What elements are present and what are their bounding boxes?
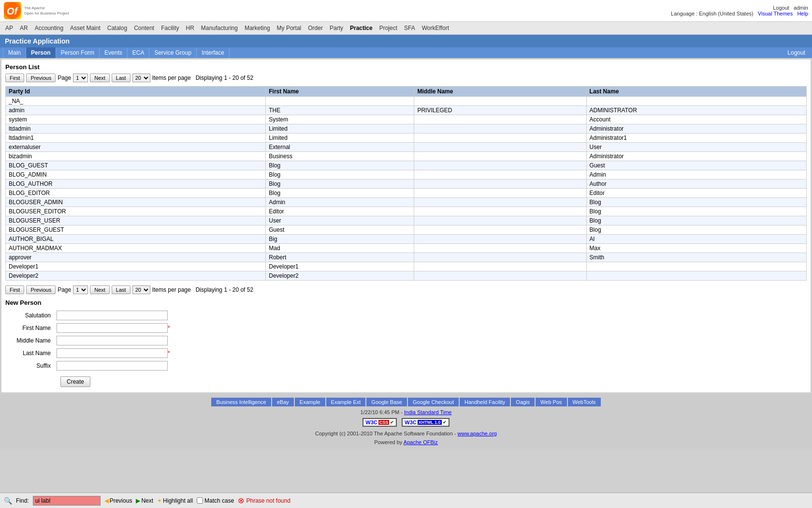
first-name-input[interactable] — [57, 323, 168, 333]
footer-badges: W3C CSS ✔ W3C XHTML 1.0 ✔ — [2, 418, 810, 427]
footer-links-section: Business IntelligenceeBayExampleExample … — [0, 394, 812, 448]
main-content: Person List First Previous Page 1 Next L… — [1, 59, 811, 393]
table-row: bizadminBusinessAdministrator — [6, 152, 807, 161]
page-select-bottom[interactable]: 1 — [73, 285, 88, 294]
previous-button-top[interactable]: Previous — [26, 74, 56, 82]
suffix-row: Suffix — [5, 359, 173, 372]
next-button-top[interactable]: Next — [90, 74, 110, 82]
nav-item-asset-maint[interactable]: Asset Maint — [68, 24, 103, 32]
page-select-top[interactable]: 1 — [73, 74, 88, 82]
items-per-page-bottom[interactable]: 20 — [132, 285, 150, 294]
items-per-page-top[interactable]: 20 — [132, 74, 150, 82]
nav-item-my-portal[interactable]: My Portal — [275, 24, 304, 32]
footer-link-web-pos[interactable]: Web Pos — [536, 398, 566, 406]
table-row: BLOG_AUTHORBlogAuthor — [6, 179, 807, 189]
footer-link-ebay[interactable]: eBay — [272, 398, 294, 406]
nav-item-hr[interactable]: HR — [184, 24, 197, 32]
ofbiz-link[interactable]: Apache OFBiz — [404, 439, 438, 445]
new-person-form: Salutation First Name * Middle Name Last… — [5, 309, 173, 388]
nav-item-marketing[interactable]: Marketing — [242, 24, 273, 32]
salutation-input[interactable] — [57, 311, 168, 320]
pagination-info-top: Items per page Displaying 1 - 20 of 52 — [152, 75, 253, 81]
footer-link-google-base[interactable]: Google Base — [366, 398, 407, 406]
sub-nav-item-main[interactable]: Main — [3, 47, 26, 58]
sub-nav-logout[interactable]: Logout — [783, 47, 809, 58]
footer-link-business-intelligence[interactable]: Business Intelligence — [211, 398, 271, 406]
previous-button-bottom[interactable]: Previous — [26, 285, 56, 294]
nav-bar: APARAccountingAsset MaintCatalogContentF… — [0, 22, 812, 35]
table-row: BLOG_ADMINBlogAdmin — [6, 170, 807, 179]
nav-item-facility[interactable]: Facility — [159, 24, 181, 32]
footer-link-oagis[interactable]: Oagis — [511, 398, 535, 406]
table-row: Developer1Developer1 — [6, 262, 807, 271]
footer-link-example-ext[interactable]: Example Ext — [326, 398, 366, 406]
w3c-xhtml-badge: W3C XHTML 1.0 ✔ — [402, 418, 449, 427]
middle-name-row: Middle Name — [5, 334, 173, 347]
table-row: approverRobertSmith — [6, 253, 807, 262]
nav-item-project[interactable]: Project — [377, 24, 400, 32]
table-row: AUTHOR_MADMAXMadMax — [6, 244, 807, 253]
nav-item-party[interactable]: Party — [327, 24, 346, 32]
visual-themes-link[interactable]: Visual Themes — [758, 11, 793, 16]
table-row: adminTHEPRIVILEGEDADMINISTRATOR — [6, 106, 807, 115]
table-row: externaluserExternalUser — [6, 143, 807, 152]
sub-nav-item-person[interactable]: Person — [26, 47, 56, 58]
sub-nav-item-events[interactable]: Events — [100, 47, 128, 58]
table-row: BLOGUSER_ADMINAdminBlog — [6, 198, 807, 207]
person-table: Party Id First Name Middle Name Last Nam… — [5, 86, 807, 281]
logo-subtext1: The Apache — [24, 5, 69, 11]
table-row: ltdadmin1LimitedAdministrator1 — [6, 134, 807, 143]
nav-item-content[interactable]: Content — [131, 24, 157, 32]
nav-item-catalog[interactable]: Catalog — [105, 24, 130, 32]
footer-link-handheld-facility[interactable]: Handheld Facility — [460, 398, 510, 406]
last-button-bottom[interactable]: Last — [112, 285, 130, 294]
logout-link[interactable]: Logout — [773, 5, 789, 11]
footer-link-example[interactable]: Example — [295, 398, 325, 406]
nav-item-workeffort[interactable]: WorkEffort — [420, 24, 451, 32]
first-button-bottom[interactable]: First — [5, 285, 24, 294]
nav-item-sfa[interactable]: SFA — [402, 24, 418, 32]
first-button-top[interactable]: First — [5, 74, 24, 82]
nav-item-ar[interactable]: AR — [17, 24, 30, 32]
table-row: Developer2Developer2 — [6, 271, 807, 281]
col-first-name: First Name — [266, 87, 414, 97]
nav-item-practice[interactable]: Practice — [348, 24, 375, 32]
middle-name-label: Middle Name — [5, 334, 54, 347]
top-pagination: First Previous Page 1 Next Last 20 Items… — [5, 74, 807, 82]
salutation-label: Salutation — [5, 309, 54, 322]
sub-nav-item-eca[interactable]: ECA — [128, 47, 150, 58]
first-name-row: First Name * — [5, 322, 173, 334]
table-row: systemSystemAccount — [6, 115, 807, 124]
first-name-label: First Name — [5, 322, 54, 334]
sub-nav: MainPersonPerson FormEventsECAService Gr… — [0, 47, 812, 58]
create-button[interactable]: Create — [60, 376, 90, 387]
sub-nav-item-interface[interactable]: Interface — [197, 47, 230, 58]
nav-item-manufacturing[interactable]: Manufacturing — [199, 24, 240, 32]
nav-item-order[interactable]: Order — [305, 24, 325, 32]
timezone-link[interactable]: India Standard Time — [404, 409, 451, 415]
nav-item-ap[interactable]: AP — [3, 24, 15, 32]
app-title: Practice Application — [5, 37, 70, 45]
apache-link[interactable]: www.apache.org — [458, 431, 497, 436]
suffix-input[interactable] — [57, 361, 168, 371]
footer-link-webtools[interactable]: WebTools — [568, 398, 601, 406]
next-button-bottom[interactable]: Next — [90, 285, 110, 294]
logo-subtext2: Open for Business Project — [24, 11, 69, 16]
col-last-name: Last Name — [586, 87, 806, 97]
footer-time: 1/22/10 6:45 PM - India Standard Time — [2, 409, 810, 415]
salutation-row: Salutation — [5, 309, 173, 322]
middle-name-input[interactable] — [57, 336, 168, 345]
last-button-top[interactable]: Last — [112, 74, 130, 82]
help-link[interactable]: Help — [797, 11, 808, 16]
suffix-label: Suffix — [5, 359, 54, 372]
sub-nav-item-person-form[interactable]: Person Form — [56, 47, 100, 58]
w3c-css-badge: W3C CSS ✔ — [362, 418, 397, 427]
nav-item-accounting[interactable]: Accounting — [32, 24, 66, 32]
logo-text: The Apache Open for Business Project — [24, 5, 69, 16]
footer-link-google-checkout[interactable]: Google Checkout — [408, 398, 459, 406]
last-name-input[interactable] — [57, 348, 168, 358]
sub-nav-item-service-group[interactable]: Service Group — [149, 47, 197, 58]
logo-area: Of The Apache Open for Business Project — [4, 2, 69, 19]
logo-icon: Of — [4, 2, 21, 19]
bottom-pagination: First Previous Page 1 Next Last 20 Items… — [5, 285, 807, 294]
